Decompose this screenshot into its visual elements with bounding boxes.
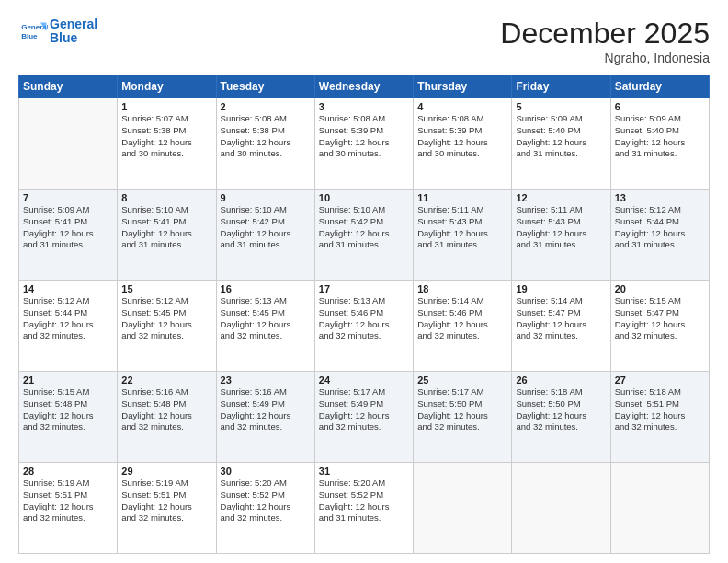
day-info: Sunrise: 5:19 AM Sunset: 5:51 PM Dayligh… (23, 477, 113, 524)
calendar-cell: 15Sunrise: 5:12 AM Sunset: 5:45 PM Dayli… (118, 281, 216, 372)
weekday-friday: Friday (512, 75, 610, 98)
day-info: Sunrise: 5:10 AM Sunset: 5:42 PM Dayligh… (319, 204, 409, 251)
weekday-header-row: SundayMondayTuesdayWednesdayThursdayFrid… (19, 75, 710, 98)
calendar-cell: 13Sunrise: 5:12 AM Sunset: 5:44 PM Dayli… (610, 190, 709, 281)
day-info: Sunrise: 5:14 AM Sunset: 5:47 PM Dayligh… (516, 295, 606, 342)
calendar-cell: 1Sunrise: 5:07 AM Sunset: 5:38 PM Daylig… (118, 98, 216, 190)
day-number: 12 (516, 192, 606, 203)
day-info: Sunrise: 5:12 AM Sunset: 5:45 PM Dayligh… (121, 295, 211, 342)
logo-line1: General (50, 17, 97, 31)
day-number: 19 (516, 283, 606, 294)
weekday-thursday: Thursday (414, 75, 512, 98)
day-info: Sunrise: 5:08 AM Sunset: 5:39 PM Dayligh… (319, 113, 409, 160)
day-info: Sunrise: 5:16 AM Sunset: 5:49 PM Dayligh… (221, 386, 311, 433)
day-info: Sunrise: 5:09 AM Sunset: 5:41 PM Dayligh… (23, 204, 113, 251)
day-number: 29 (121, 465, 211, 477)
month-title: December 2025 (500, 17, 710, 51)
calendar-table: SundayMondayTuesdayWednesdayThursdayFrid… (18, 75, 710, 554)
day-info: Sunrise: 5:20 AM Sunset: 5:52 PM Dayligh… (319, 477, 409, 524)
day-number: 10 (319, 192, 409, 203)
calendar-cell: 2Sunrise: 5:08 AM Sunset: 5:38 PM Daylig… (216, 98, 314, 190)
day-number: 7 (23, 192, 113, 203)
weekday-tuesday: Tuesday (216, 75, 314, 98)
day-number: 11 (417, 192, 507, 203)
title-block: December 2025 Ngraho, Indonesia (500, 17, 710, 65)
calendar-cell: 21Sunrise: 5:15 AM Sunset: 5:48 PM Dayli… (19, 372, 118, 463)
calendar-cell: 3Sunrise: 5:08 AM Sunset: 5:39 PM Daylig… (314, 98, 413, 190)
day-info: Sunrise: 5:10 AM Sunset: 5:41 PM Dayligh… (121, 204, 211, 251)
day-info: Sunrise: 5:12 AM Sunset: 5:44 PM Dayligh… (615, 204, 705, 251)
day-info: Sunrise: 5:09 AM Sunset: 5:40 PM Dayligh… (516, 113, 606, 160)
svg-text:Blue: Blue (21, 32, 38, 40)
calendar-cell (512, 463, 610, 554)
day-number: 27 (615, 374, 705, 385)
day-number: 21 (23, 374, 113, 385)
day-info: Sunrise: 5:16 AM Sunset: 5:48 PM Dayligh… (121, 386, 211, 433)
day-info: Sunrise: 5:10 AM Sunset: 5:42 PM Dayligh… (221, 204, 311, 251)
calendar-cell: 8Sunrise: 5:10 AM Sunset: 5:41 PM Daylig… (118, 190, 216, 281)
day-number: 26 (516, 374, 606, 385)
day-number: 8 (121, 192, 211, 203)
calendar-cell: 20Sunrise: 5:15 AM Sunset: 5:47 PM Dayli… (610, 281, 709, 372)
calendar-cell: 14Sunrise: 5:12 AM Sunset: 5:44 PM Dayli… (19, 281, 118, 372)
day-info: Sunrise: 5:17 AM Sunset: 5:50 PM Dayligh… (417, 386, 507, 433)
day-info: Sunrise: 5:11 AM Sunset: 5:43 PM Dayligh… (417, 204, 507, 251)
day-number: 9 (221, 192, 311, 203)
header: General Blue General Blue December 2025 … (18, 17, 710, 65)
day-info: Sunrise: 5:13 AM Sunset: 5:46 PM Dayligh… (319, 295, 409, 342)
calendar-cell: 23Sunrise: 5:16 AM Sunset: 5:49 PM Dayli… (216, 372, 314, 463)
calendar-cell: 29Sunrise: 5:19 AM Sunset: 5:51 PM Dayli… (118, 463, 216, 554)
logo: General Blue General Blue (18, 17, 97, 46)
day-number: 28 (23, 465, 113, 477)
day-info: Sunrise: 5:07 AM Sunset: 5:38 PM Dayligh… (121, 113, 211, 160)
day-info: Sunrise: 5:18 AM Sunset: 5:51 PM Dayligh… (615, 386, 705, 433)
calendar-cell: 28Sunrise: 5:19 AM Sunset: 5:51 PM Dayli… (19, 463, 118, 554)
day-info: Sunrise: 5:17 AM Sunset: 5:49 PM Dayligh… (319, 386, 409, 433)
day-number: 23 (221, 374, 311, 385)
day-number: 6 (615, 101, 705, 112)
day-number: 3 (319, 101, 409, 112)
calendar-cell (610, 463, 709, 554)
calendar-cell: 16Sunrise: 5:13 AM Sunset: 5:45 PM Dayli… (216, 281, 314, 372)
day-number: 4 (417, 101, 507, 112)
calendar-cell: 17Sunrise: 5:13 AM Sunset: 5:46 PM Dayli… (314, 281, 413, 372)
day-number: 15 (121, 283, 211, 294)
calendar-cell: 12Sunrise: 5:11 AM Sunset: 5:43 PM Dayli… (512, 190, 610, 281)
day-number: 20 (615, 283, 705, 294)
calendar-cell (414, 463, 512, 554)
calendar-cell (19, 98, 118, 190)
weekday-saturday: Saturday (610, 75, 709, 98)
day-number: 14 (23, 283, 113, 294)
day-number: 17 (319, 283, 409, 294)
logo-line2: Blue (50, 31, 97, 45)
calendar-cell: 7Sunrise: 5:09 AM Sunset: 5:41 PM Daylig… (19, 190, 118, 281)
day-info: Sunrise: 5:19 AM Sunset: 5:51 PM Dayligh… (121, 477, 211, 524)
day-info: Sunrise: 5:20 AM Sunset: 5:52 PM Dayligh… (221, 477, 311, 524)
calendar-cell: 24Sunrise: 5:17 AM Sunset: 5:49 PM Dayli… (314, 372, 413, 463)
day-info: Sunrise: 5:08 AM Sunset: 5:38 PM Dayligh… (221, 113, 311, 160)
day-info: Sunrise: 5:14 AM Sunset: 5:46 PM Dayligh… (417, 295, 507, 342)
calendar-row-2: 7Sunrise: 5:09 AM Sunset: 5:41 PM Daylig… (19, 190, 710, 281)
calendar-cell: 27Sunrise: 5:18 AM Sunset: 5:51 PM Dayli… (610, 372, 709, 463)
calendar-cell: 9Sunrise: 5:10 AM Sunset: 5:42 PM Daylig… (216, 190, 314, 281)
calendar-row-5: 28Sunrise: 5:19 AM Sunset: 5:51 PM Dayli… (19, 463, 710, 554)
day-info: Sunrise: 5:15 AM Sunset: 5:48 PM Dayligh… (23, 386, 113, 433)
calendar-cell: 22Sunrise: 5:16 AM Sunset: 5:48 PM Dayli… (118, 372, 216, 463)
logo-icon: General Blue (18, 17, 48, 46)
calendar-cell: 5Sunrise: 5:09 AM Sunset: 5:40 PM Daylig… (512, 98, 610, 190)
day-number: 30 (221, 465, 311, 477)
page: General Blue General Blue December 2025 … (0, 0, 728, 563)
day-info: Sunrise: 5:18 AM Sunset: 5:50 PM Dayligh… (516, 386, 606, 433)
calendar-row-1: 1Sunrise: 5:07 AM Sunset: 5:38 PM Daylig… (19, 98, 710, 190)
day-number: 1 (121, 101, 211, 112)
calendar-cell: 31Sunrise: 5:20 AM Sunset: 5:52 PM Dayli… (314, 463, 413, 554)
location: Ngraho, Indonesia (500, 51, 710, 65)
calendar-cell: 25Sunrise: 5:17 AM Sunset: 5:50 PM Dayli… (414, 372, 512, 463)
calendar-cell: 18Sunrise: 5:14 AM Sunset: 5:46 PM Dayli… (414, 281, 512, 372)
day-number: 22 (121, 374, 211, 385)
calendar-row-3: 14Sunrise: 5:12 AM Sunset: 5:44 PM Dayli… (19, 281, 710, 372)
calendar-cell: 30Sunrise: 5:20 AM Sunset: 5:52 PM Dayli… (216, 463, 314, 554)
calendar-cell: 6Sunrise: 5:09 AM Sunset: 5:40 PM Daylig… (610, 98, 709, 190)
weekday-sunday: Sunday (19, 75, 118, 98)
calendar-cell: 11Sunrise: 5:11 AM Sunset: 5:43 PM Dayli… (414, 190, 512, 281)
